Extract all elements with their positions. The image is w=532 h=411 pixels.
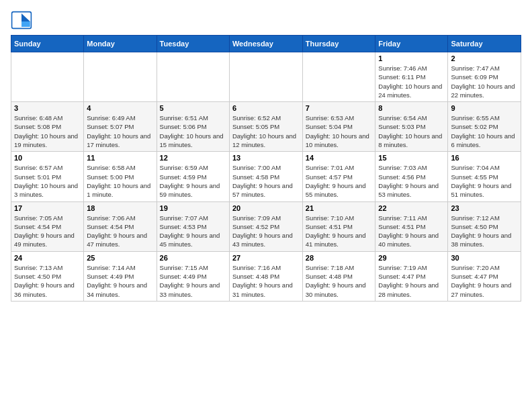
calendar-header-wednesday: Wednesday <box>229 36 302 52</box>
day-number: 12 <box>160 154 226 162</box>
calendar-cell: 19Sunrise: 7:07 AMSunset: 4:53 PMDayligh… <box>157 201 229 251</box>
day-info: Sunrise: 7:07 AMSunset: 4:53 PMDaylight:… <box>160 214 226 249</box>
day-number: 1 <box>378 54 445 62</box>
calendar-cell: 13Sunrise: 7:00 AMSunset: 4:58 PMDayligh… <box>229 152 302 201</box>
header <box>11 11 521 30</box>
day-info: Sunrise: 7:10 AMSunset: 4:51 PMDaylight:… <box>306 214 373 249</box>
day-number: 29 <box>378 254 445 262</box>
calendar-cell <box>11 52 84 102</box>
calendar-cell: 15Sunrise: 7:03 AMSunset: 4:56 PMDayligh… <box>375 152 448 201</box>
calendar-week-5: 24Sunrise: 7:13 AMSunset: 4:50 PMDayligh… <box>11 251 521 301</box>
day-info: Sunrise: 7:46 AMSunset: 6:11 PMDaylight:… <box>378 64 445 99</box>
day-info: Sunrise: 7:09 AMSunset: 4:52 PMDaylight:… <box>232 214 300 249</box>
calendar-cell: 28Sunrise: 7:18 AMSunset: 4:48 PMDayligh… <box>302 251 375 301</box>
calendar-cell: 10Sunrise: 6:57 AMSunset: 5:01 PMDayligh… <box>11 152 84 201</box>
day-number: 14 <box>306 154 373 162</box>
calendar-header-sunday: Sunday <box>11 36 84 52</box>
calendar-cell: 27Sunrise: 7:16 AMSunset: 4:48 PMDayligh… <box>229 251 302 301</box>
day-info: Sunrise: 6:53 AMSunset: 5:04 PMDaylight:… <box>306 113 373 149</box>
day-number: 5 <box>160 104 226 112</box>
svg-marker-1 <box>21 13 30 21</box>
day-number: 6 <box>232 104 300 112</box>
day-info: Sunrise: 6:52 AMSunset: 5:05 PMDaylight:… <box>232 113 300 149</box>
day-number: 3 <box>14 104 81 112</box>
day-info: Sunrise: 7:13 AMSunset: 4:50 PMDaylight:… <box>14 263 81 299</box>
svg-marker-2 <box>21 21 30 27</box>
day-number: 11 <box>87 154 153 162</box>
day-number: 15 <box>378 154 445 162</box>
calendar-cell: 26Sunrise: 7:15 AMSunset: 4:49 PMDayligh… <box>157 251 229 301</box>
calendar-cell: 17Sunrise: 7:05 AMSunset: 4:54 PMDayligh… <box>11 201 84 251</box>
logo <box>11 11 35 30</box>
calendar: SundayMondayTuesdayWednesdayThursdayFrid… <box>11 35 521 302</box>
calendar-cell: 29Sunrise: 7:19 AMSunset: 4:47 PMDayligh… <box>375 251 448 301</box>
day-number: 2 <box>451 54 518 62</box>
calendar-cell: 2Sunrise: 7:47 AMSunset: 6:09 PMDaylight… <box>448 52 521 102</box>
calendar-cell: 5Sunrise: 6:51 AMSunset: 5:06 PMDaylight… <box>157 102 229 152</box>
day-info: Sunrise: 7:20 AMSunset: 4:47 PMDaylight:… <box>451 263 518 299</box>
day-info: Sunrise: 6:51 AMSunset: 5:06 PMDaylight:… <box>160 113 226 149</box>
day-info: Sunrise: 7:03 AMSunset: 4:56 PMDaylight:… <box>378 163 445 199</box>
day-info: Sunrise: 6:48 AMSunset: 5:08 PMDaylight:… <box>14 113 81 149</box>
day-info: Sunrise: 6:49 AMSunset: 5:07 PMDaylight:… <box>87 113 153 149</box>
calendar-week-1: 1Sunrise: 7:46 AMSunset: 6:11 PMDaylight… <box>11 52 521 102</box>
calendar-cell <box>302 52 375 102</box>
calendar-week-2: 3Sunrise: 6:48 AMSunset: 5:08 PMDaylight… <box>11 102 521 152</box>
day-number: 8 <box>378 104 445 112</box>
calendar-header-monday: Monday <box>84 36 157 52</box>
day-info: Sunrise: 7:11 AMSunset: 4:51 PMDaylight:… <box>378 214 445 249</box>
day-number: 9 <box>451 104 518 112</box>
day-number: 25 <box>87 254 153 262</box>
calendar-cell: 4Sunrise: 6:49 AMSunset: 5:07 PMDaylight… <box>84 102 157 152</box>
calendar-cell: 16Sunrise: 7:04 AMSunset: 4:55 PMDayligh… <box>448 152 521 201</box>
day-info: Sunrise: 6:55 AMSunset: 5:02 PMDaylight:… <box>451 113 518 149</box>
calendar-cell: 20Sunrise: 7:09 AMSunset: 4:52 PMDayligh… <box>229 201 302 251</box>
day-info: Sunrise: 6:58 AMSunset: 5:00 PMDaylight:… <box>87 163 153 199</box>
calendar-cell: 3Sunrise: 6:48 AMSunset: 5:08 PMDaylight… <box>11 102 84 152</box>
calendar-cell: 7Sunrise: 6:53 AMSunset: 5:04 PMDaylight… <box>302 102 375 152</box>
calendar-cell: 23Sunrise: 7:12 AMSunset: 4:50 PMDayligh… <box>448 201 521 251</box>
day-info: Sunrise: 6:54 AMSunset: 5:03 PMDaylight:… <box>378 113 445 149</box>
day-number: 17 <box>14 204 81 212</box>
calendar-cell: 11Sunrise: 6:58 AMSunset: 5:00 PMDayligh… <box>84 152 157 201</box>
calendar-cell: 14Sunrise: 7:01 AMSunset: 4:57 PMDayligh… <box>302 152 375 201</box>
day-info: Sunrise: 7:47 AMSunset: 6:09 PMDaylight:… <box>451 64 518 99</box>
day-number: 23 <box>451 204 518 212</box>
calendar-header-friday: Friday <box>375 36 448 52</box>
day-info: Sunrise: 7:15 AMSunset: 4:49 PMDaylight:… <box>160 263 226 299</box>
day-number: 24 <box>14 254 81 262</box>
day-number: 20 <box>232 204 300 212</box>
calendar-cell: 18Sunrise: 7:06 AMSunset: 4:54 PMDayligh… <box>84 201 157 251</box>
day-number: 4 <box>87 104 153 112</box>
calendar-week-4: 17Sunrise: 7:05 AMSunset: 4:54 PMDayligh… <box>11 201 521 251</box>
calendar-cell <box>84 52 157 102</box>
calendar-header-row: SundayMondayTuesdayWednesdayThursdayFrid… <box>11 36 521 52</box>
day-number: 7 <box>306 104 373 112</box>
day-number: 16 <box>451 154 518 162</box>
day-info: Sunrise: 7:12 AMSunset: 4:50 PMDaylight:… <box>451 214 518 249</box>
day-number: 19 <box>160 204 226 212</box>
day-number: 28 <box>306 254 373 262</box>
day-number: 13 <box>232 154 300 162</box>
calendar-cell: 1Sunrise: 7:46 AMSunset: 6:11 PMDaylight… <box>375 52 448 102</box>
day-info: Sunrise: 7:00 AMSunset: 4:58 PMDaylight:… <box>232 163 300 199</box>
calendar-cell: 21Sunrise: 7:10 AMSunset: 4:51 PMDayligh… <box>302 201 375 251</box>
calendar-week-3: 10Sunrise: 6:57 AMSunset: 5:01 PMDayligh… <box>11 152 521 201</box>
day-info: Sunrise: 7:05 AMSunset: 4:54 PMDaylight:… <box>14 214 81 249</box>
day-info: Sunrise: 7:16 AMSunset: 4:48 PMDaylight:… <box>232 263 300 299</box>
calendar-cell: 8Sunrise: 6:54 AMSunset: 5:03 PMDaylight… <box>375 102 448 152</box>
day-info: Sunrise: 7:14 AMSunset: 4:49 PMDaylight:… <box>87 263 153 299</box>
calendar-cell: 9Sunrise: 6:55 AMSunset: 5:02 PMDaylight… <box>448 102 521 152</box>
calendar-header-thursday: Thursday <box>302 36 375 52</box>
day-info: Sunrise: 6:59 AMSunset: 4:59 PMDaylight:… <box>160 163 226 199</box>
day-number: 26 <box>160 254 226 262</box>
calendar-cell: 24Sunrise: 7:13 AMSunset: 4:50 PMDayligh… <box>11 251 84 301</box>
calendar-cell: 6Sunrise: 6:52 AMSunset: 5:05 PMDaylight… <box>229 102 302 152</box>
day-number: 22 <box>378 204 445 212</box>
day-number: 10 <box>14 154 81 162</box>
calendar-cell: 22Sunrise: 7:11 AMSunset: 4:51 PMDayligh… <box>375 201 448 251</box>
day-info: Sunrise: 7:06 AMSunset: 4:54 PMDaylight:… <box>87 214 153 249</box>
day-number: 30 <box>451 254 518 262</box>
day-info: Sunrise: 6:57 AMSunset: 5:01 PMDaylight:… <box>14 163 81 199</box>
day-number: 21 <box>306 204 373 212</box>
